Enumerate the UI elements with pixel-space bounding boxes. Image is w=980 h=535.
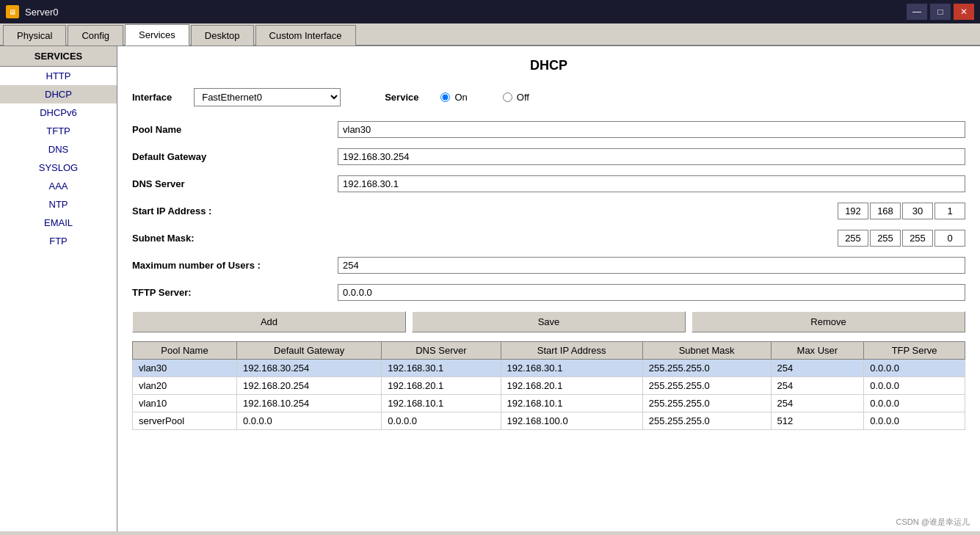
sidebar-item-dns[interactable]: DNS — [0, 140, 117, 159]
start-ip-row: Start IP Address : — [132, 203, 965, 219]
start-ip-control — [338, 203, 965, 219]
default-gateway-row: Default Gateway — [132, 148, 965, 165]
default-gateway-label: Default Gateway — [132, 151, 338, 162]
table-cell: 192.168.30.254 — [236, 360, 381, 377]
service-on-option[interactable]: On — [440, 92, 467, 103]
table-cell: 0.0.0.0 — [864, 360, 965, 377]
table-cell: 192.168.20.1 — [382, 377, 501, 395]
sidebar-item-http[interactable]: HTTP — [0, 67, 117, 85]
interface-service-row: Interface FastEthernet0 GigabitEthernet0… — [132, 88, 965, 106]
window-controls: — □ ✕ — [907, 4, 974, 20]
start-ip-octet-4[interactable] — [934, 203, 965, 219]
dns-server-label: DNS Server — [132, 178, 338, 189]
table-cell: 192.168.10.254 — [236, 395, 381, 412]
tftp-server-row: TFTP Server: — [132, 284, 965, 301]
dns-server-input[interactable] — [338, 175, 965, 192]
tab-physical[interactable]: Physical — [3, 25, 66, 46]
start-ip-octet-2[interactable] — [870, 203, 901, 219]
table-cell: 0.0.0.0 — [236, 412, 381, 430]
service-off-radio[interactable] — [503, 92, 512, 102]
service-on-radio[interactable] — [440, 92, 450, 102]
add-button[interactable]: Add — [132, 311, 406, 332]
default-gateway-control — [338, 148, 965, 165]
table-cell: 192.168.20.1 — [501, 377, 642, 395]
table-cell: 0.0.0.0 — [864, 395, 965, 412]
service-off-label: Off — [517, 92, 529, 103]
table-row[interactable]: serverPool0.0.0.00.0.0.0192.168.100.0255… — [133, 412, 965, 430]
save-button[interactable]: Save — [412, 311, 686, 332]
table-row[interactable]: vlan20192.168.20.254192.168.20.1192.168.… — [133, 377, 965, 395]
subnet-mask-octets — [838, 230, 965, 247]
sidebar-item-ntp[interactable]: NTP — [0, 195, 117, 214]
interface-select[interactable]: FastEthernet0 GigabitEthernet0 — [194, 88, 341, 106]
table-cell: serverPool — [133, 412, 237, 430]
service-label: Service — [385, 92, 418, 103]
tftp-server-input[interactable] — [338, 284, 965, 301]
default-gateway-input[interactable] — [338, 148, 965, 165]
max-users-control — [338, 257, 965, 274]
close-button[interactable]: ✕ — [954, 4, 974, 20]
subnet-mask-octet-3[interactable] — [902, 230, 933, 247]
sidebar-item-dhcpv6[interactable]: DHCPv6 — [0, 103, 117, 122]
sidebar-header: SERVICES — [0, 46, 117, 67]
table-cell: 255.255.255.0 — [642, 412, 771, 430]
subnet-mask-octet-4[interactable] — [934, 230, 965, 247]
table-cell: 255.255.255.0 — [642, 360, 771, 377]
table-row[interactable]: vlan10192.168.10.254192.168.10.1192.168.… — [133, 395, 965, 412]
dns-server-row: DNS Server — [132, 175, 965, 192]
subnet-mask-control — [338, 230, 965, 247]
sidebar-item-ftp[interactable]: FTP — [0, 232, 117, 250]
service-radio-group: On Off — [440, 92, 529, 103]
table-cell: 0.0.0.0 — [864, 412, 965, 430]
service-off-option[interactable]: Off — [503, 92, 529, 103]
max-users-input[interactable] — [338, 257, 965, 274]
table-cell: 192.168.10.1 — [501, 395, 642, 412]
tab-desktop[interactable]: Desktop — [191, 25, 254, 46]
table-cell: vlan30 — [133, 360, 237, 377]
start-ip-octets — [838, 203, 965, 219]
watermark: CSDN @谁是幸运儿 — [896, 517, 970, 528]
dhcp-table: Pool Name Default Gateway DNS Server Sta… — [132, 341, 965, 430]
sidebar-item-email[interactable]: EMAIL — [0, 214, 117, 232]
pool-name-input[interactable] — [338, 121, 965, 138]
sidebar-item-syslog[interactable]: SYSLOG — [0, 159, 117, 177]
page-title: DHCP — [132, 58, 965, 73]
tab-config[interactable]: Config — [68, 25, 123, 46]
tab-custom-interface[interactable]: Custom Interface — [255, 25, 356, 46]
sidebar-item-dhcp[interactable]: DHCP — [0, 85, 117, 103]
sidebar: SERVICES HTTP DHCP DHCPv6 TFTP DNS SYSLO… — [0, 46, 117, 531]
sidebar-item-aaa[interactable]: AAA — [0, 177, 117, 195]
tftp-server-control — [338, 284, 965, 301]
col-subnet-mask: Subnet Mask — [642, 342, 771, 360]
col-max-user: Max User — [771, 342, 864, 360]
table-cell: 512 — [771, 412, 864, 430]
maximize-button[interactable]: □ — [930, 4, 951, 20]
table-cell: 192.168.100.0 — [501, 412, 642, 430]
window-title: Server0 — [25, 7, 59, 18]
subnet-mask-octet-1[interactable] — [838, 230, 868, 247]
subnet-mask-octet-2[interactable] — [870, 230, 901, 247]
interface-label: Interface — [132, 92, 172, 103]
start-ip-label: Start IP Address : — [132, 205, 338, 216]
start-ip-octet-3[interactable] — [902, 203, 933, 219]
start-ip-octet-1[interactable] — [838, 203, 868, 219]
title-bar: 🖥 Server0 — □ ✕ — [0, 0, 980, 23]
max-users-label: Maximum number of Users : — [132, 260, 338, 271]
action-buttons: Add Save Remove — [132, 311, 965, 332]
tab-bar: Physical Config Services Desktop Custom … — [0, 23, 980, 46]
sidebar-list: HTTP DHCP DHCPv6 TFTP DNS SYSLOG AAA NTP… — [0, 67, 117, 531]
col-start-ip: Start IP Address — [501, 342, 642, 360]
table-row[interactable]: vlan30192.168.30.254192.168.30.1192.168.… — [133, 360, 965, 377]
col-default-gateway: Default Gateway — [236, 342, 381, 360]
app-icon: 🖥 — [6, 5, 19, 18]
table-header-row: Pool Name Default Gateway DNS Server Sta… — [133, 342, 965, 360]
minimize-button[interactable]: — — [907, 4, 927, 20]
tab-services[interactable]: Services — [125, 24, 189, 46]
table-cell: 254 — [771, 377, 864, 395]
table-cell: 0.0.0.0 — [382, 412, 501, 430]
subnet-mask-row: Subnet Mask: — [132, 230, 965, 247]
remove-button[interactable]: Remove — [692, 311, 965, 332]
sidebar-item-tftp[interactable]: TFTP — [0, 122, 117, 140]
col-tfp-serve: TFP Serve — [864, 342, 965, 360]
table-cell: vlan20 — [133, 377, 237, 395]
